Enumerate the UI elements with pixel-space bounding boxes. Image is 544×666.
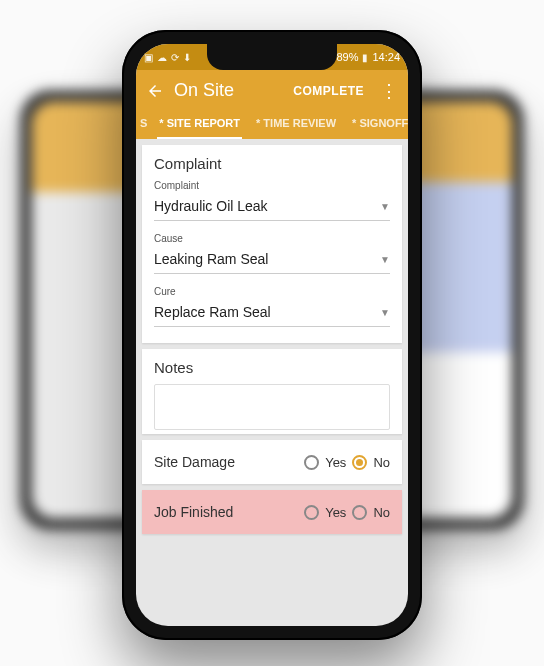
cure-value: Replace Ram Seal <box>154 304 271 320</box>
job-finished-no-radio[interactable] <box>352 505 367 520</box>
page-title: On Site <box>174 80 283 101</box>
tabs: S * SITE REPORT * TIME REVIEW * SIGNOFF <box>136 109 408 139</box>
complaint-select[interactable]: Hydraulic Oil Leak ▼ <box>154 194 390 221</box>
site-damage-yes-label: Yes <box>325 455 346 470</box>
cure-field: Cure Replace Ram Seal ▼ <box>154 286 390 327</box>
cause-field: Cause Leaking Ram Seal ▼ <box>154 233 390 274</box>
site-damage-yes-radio[interactable] <box>304 455 319 470</box>
notes-input[interactable] <box>154 384 390 430</box>
job-finished-no-label: No <box>373 505 390 520</box>
site-damage-no-radio[interactable] <box>352 455 367 470</box>
notes-title: Notes <box>154 359 390 376</box>
cure-label: Cure <box>154 286 390 297</box>
chevron-down-icon: ▼ <box>380 254 390 265</box>
complaint-value: Hydraulic Oil Leak <box>154 198 268 214</box>
complaint-card: Complaint Complaint Hydraulic Oil Leak ▼… <box>142 145 402 343</box>
clock-text: 14:24 <box>372 51 400 63</box>
job-finished-yes-label: Yes <box>325 505 346 520</box>
back-icon[interactable] <box>146 82 164 100</box>
cause-label: Cause <box>154 233 390 244</box>
cause-select[interactable]: Leaking Ram Seal ▼ <box>154 247 390 274</box>
battery-text: 89% <box>336 51 358 63</box>
notes-card: Notes <box>142 349 402 434</box>
app-header: On Site COMPLETE ⋮ S * SITE REPORT * TIM… <box>136 70 408 139</box>
cloud-icon: ☁ <box>157 52 167 63</box>
chevron-down-icon: ▼ <box>380 201 390 212</box>
tab-time-review[interactable]: * TIME REVIEW <box>248 109 344 139</box>
more-icon[interactable]: ⋮ <box>374 82 398 100</box>
phone-screen: ▣ ☁ ⟳ ⬇ ᚼ 🔇 ᯤ ▮▮ 89% ▮ 14:24 On Site <box>136 44 408 626</box>
content-area: Complaint Complaint Hydraulic Oil Leak ▼… <box>136 145 408 534</box>
phone-notch <box>207 44 337 70</box>
screenshot-icon: ▣ <box>144 52 153 63</box>
sync-icon: ⟳ <box>171 52 179 63</box>
download-icon: ⬇ <box>183 52 191 63</box>
cure-select[interactable]: Replace Ram Seal ▼ <box>154 300 390 327</box>
complete-button[interactable]: COMPLETE <box>293 84 364 98</box>
complaint-field: Complaint Hydraulic Oil Leak ▼ <box>154 180 390 221</box>
complaint-section-title: Complaint <box>154 155 390 172</box>
cause-value: Leaking Ram Seal <box>154 251 268 267</box>
site-damage-no-label: No <box>373 455 390 470</box>
site-damage-row: Site Damage Yes No <box>142 440 402 484</box>
phone-frame: ▣ ☁ ⟳ ⬇ ᚼ 🔇 ᯤ ▮▮ 89% ▮ 14:24 On Site <box>122 30 422 640</box>
tab-prev-fragment[interactable]: S <box>140 109 151 139</box>
job-finished-label: Job Finished <box>154 504 233 520</box>
complaint-label: Complaint <box>154 180 390 191</box>
battery-icon: ▮ <box>362 52 368 63</box>
job-finished-row: Job Finished Yes No <box>142 490 402 534</box>
job-finished-yes-radio[interactable] <box>304 505 319 520</box>
chevron-down-icon: ▼ <box>380 307 390 318</box>
site-damage-label: Site Damage <box>154 454 235 470</box>
tab-signoff[interactable]: * SIGNOFF <box>344 109 408 139</box>
tab-site-report[interactable]: * SITE REPORT <box>151 109 248 139</box>
